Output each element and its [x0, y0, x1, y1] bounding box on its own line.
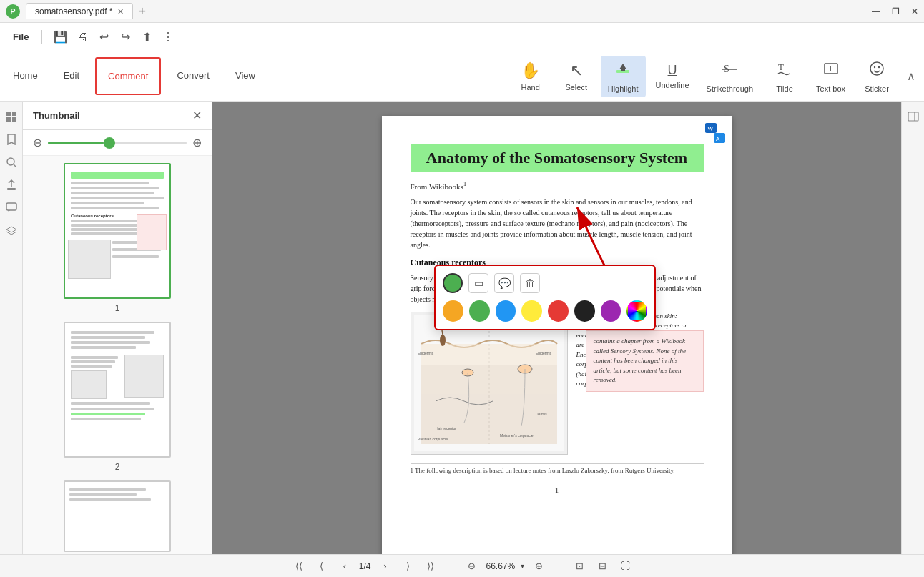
color-yellow[interactable]: [521, 300, 542, 322]
status-separator: [451, 559, 451, 573]
translate-icon[interactable]: W A: [704, 122, 727, 148]
color-black[interactable]: [574, 300, 595, 322]
svg-text:Hair receptor: Hair receptor: [436, 426, 456, 430]
nav-start-button[interactable]: ⟨⟨: [290, 558, 308, 575]
underline-icon: U: [668, 63, 677, 78]
delete-button[interactable]: 🗑: [520, 273, 540, 293]
sidebar-bookmark-icon[interactable]: [2, 130, 21, 149]
thumbnail-panel: Thumbnail ✕ ⊖ ⊕: [23, 102, 212, 554]
svg-rect-1: [621, 69, 625, 71]
thumbnail-page-3[interactable]: [30, 480, 205, 552]
color-picker-top-row: ▭ 💬 🗑: [443, 273, 647, 293]
sidebar-clip-icon[interactable]: [2, 176, 21, 194]
undo-icon[interactable]: ↩: [94, 27, 114, 47]
svg-text:Pacinian corpuscle: Pacinian corpuscle: [418, 437, 448, 441]
color-orange[interactable]: [443, 300, 463, 322]
new-tab-button[interactable]: +: [139, 5, 147, 18]
highlight-tool[interactable]: Highlight: [601, 56, 646, 97]
fit-width-button[interactable]: ⊟: [594, 558, 611, 575]
expand-icon[interactable]: ⋮: [158, 27, 178, 47]
underline-tool[interactable]: U Underline: [649, 56, 697, 97]
thumb-page-num-1: 1: [115, 303, 120, 313]
svg-rect-39: [908, 112, 918, 121]
textbox-tool[interactable]: T Text box: [809, 56, 852, 97]
color-green[interactable]: [469, 300, 490, 322]
sidebar-layers-icon[interactable]: [2, 222, 21, 240]
color-row: [443, 300, 647, 322]
thumbnail-page-2[interactable]: 2: [30, 322, 205, 472]
nav-end-button[interactable]: ⟩⟩: [422, 558, 439, 575]
share-icon[interactable]: ⬆: [137, 27, 157, 47]
comment-button[interactable]: 💬: [494, 273, 514, 293]
ribbon-collapse-button[interactable]: ∧: [907, 69, 915, 83]
tab-close-button[interactable]: ✕: [117, 7, 124, 16]
right-sidebar: [901, 102, 924, 554]
pdf-page-number: 1: [411, 485, 704, 494]
fullscreen-button[interactable]: ⛶: [616, 558, 634, 575]
sidebar-thumbnail-icon[interactable]: [2, 107, 21, 126]
zoom-slider[interactable]: [48, 142, 187, 144]
tilde-icon: T: [776, 60, 793, 82]
current-color-swatch[interactable]: [443, 273, 463, 293]
pdf-area: ▭ 💬 🗑 W: [212, 102, 901, 554]
highlight-icon: [614, 60, 631, 82]
color-rainbow[interactable]: [626, 300, 647, 322]
close-button[interactable]: ✕: [911, 6, 918, 16]
rect-style-button[interactable]: ▭: [468, 273, 488, 293]
tab-view[interactable]: View: [222, 51, 268, 101]
tab-home[interactable]: Home: [0, 51, 51, 101]
save-icon[interactable]: 💾: [51, 27, 71, 47]
pdf-title: Anatomy of the Somatosensory System: [411, 144, 704, 172]
thumb-page-num-2: 2: [115, 462, 120, 472]
restore-button[interactable]: ❐: [892, 6, 900, 16]
figure-image: Hairy skin Glabrous skin: [411, 312, 568, 455]
tilde-tool[interactable]: T Tilde: [763, 56, 806, 97]
tab-comment[interactable]: Comment: [95, 57, 161, 95]
color-blue[interactable]: [496, 300, 516, 322]
app-logo: P: [6, 4, 20, 19]
thumbnail-page-1[interactable]: Cutaneous receptors: [30, 163, 205, 313]
titlebar-controls: — ❐ ✕: [872, 6, 918, 16]
zoom-in-button[interactable]: ⊕: [192, 136, 202, 149]
color-red[interactable]: [548, 300, 569, 322]
print-icon[interactable]: 🖨: [72, 27, 92, 47]
sticker-tool[interactable]: Sticker: [855, 56, 898, 97]
titlebar-tab[interactable]: somatosensory.pdf * ✕: [26, 3, 133, 19]
statusbar: ⟨⟨ ⟨ ‹ 1/4 › ⟩ ⟩⟩ ⊖ 66.67% ▾ ⊕ ⊡ ⊟ ⛶: [0, 554, 924, 577]
svg-point-7: [870, 62, 883, 75]
zoom-in-status-button[interactable]: ⊕: [530, 558, 547, 575]
nav-prev-button[interactable]: ‹: [336, 558, 353, 575]
thumbnail-close-button[interactable]: ✕: [192, 109, 202, 122]
color-purple[interactable]: [601, 300, 621, 322]
menu-icon-group: 💾 🖨 ↩ ↪ ⬆ ⋮: [51, 27, 178, 47]
left-sidebar: [0, 102, 23, 554]
strikethrough-tool[interactable]: S Strikethrough: [699, 56, 760, 97]
tab-edit[interactable]: Edit: [51, 51, 92, 101]
sidebar-search-icon[interactable]: [2, 153, 21, 172]
select-icon: ↖: [570, 61, 583, 80]
titlebar-left: P somatosensory.pdf * ✕ +: [6, 3, 146, 19]
zoom-slider-thumb[interactable]: [104, 137, 115, 149]
svg-text:T: T: [778, 61, 784, 72]
thumbnail-list: Cutaneous receptors: [23, 156, 212, 554]
nav-next-page-button[interactable]: ⟩: [399, 558, 416, 575]
tab-convert[interactable]: Convert: [164, 51, 222, 101]
file-menu[interactable]: File: [6, 29, 36, 45]
select-tool[interactable]: ↖ Select: [555, 56, 598, 97]
pink-annotation-box: contains a chapter from a Wikibook calle…: [586, 330, 704, 392]
minimize-button[interactable]: —: [872, 6, 880, 16]
fit-page-button[interactable]: ⊡: [571, 558, 588, 575]
redo-icon[interactable]: ↪: [115, 27, 135, 47]
svg-point-9: [878, 66, 880, 67]
zoom-out-status-button[interactable]: ⊖: [463, 558, 480, 575]
right-panel-icon[interactable]: [904, 107, 923, 126]
tab-filename: somatosensory.pdf *: [35, 6, 113, 16]
main-area: Thumbnail ✕ ⊖ ⊕: [0, 102, 924, 554]
zoom-dropdown-button[interactable]: ▾: [521, 562, 524, 570]
hand-tool[interactable]: ✋ Hand: [509, 56, 552, 97]
sidebar-comment-icon[interactable]: [2, 199, 21, 217]
nav-next-button[interactable]: ›: [376, 558, 393, 575]
nav-prev-page-button[interactable]: ⟨: [313, 558, 330, 575]
status-separator-2: [559, 559, 559, 573]
zoom-out-button[interactable]: ⊖: [33, 136, 42, 149]
